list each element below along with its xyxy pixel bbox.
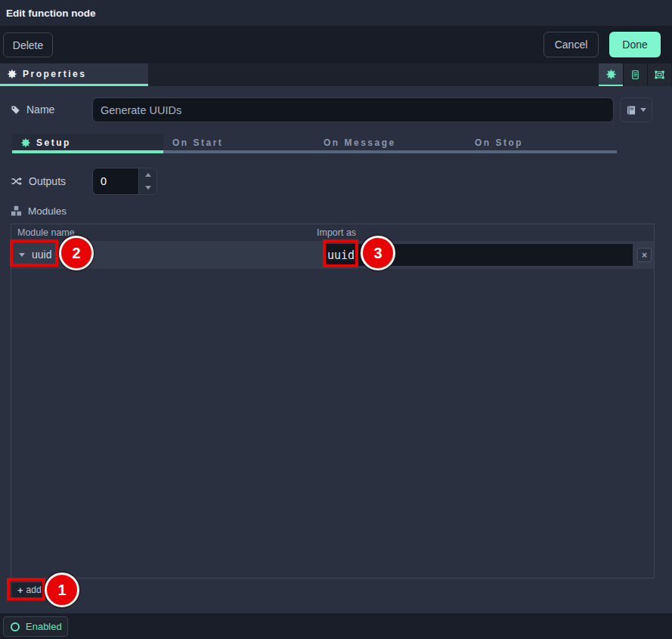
module-name-text: uuid xyxy=(32,248,51,261)
gear-icon xyxy=(21,138,30,147)
tab-on-message[interactable]: On Message xyxy=(314,134,466,153)
tab-on-stop[interactable]: On Stop xyxy=(466,134,617,153)
cubes-icon xyxy=(11,205,22,217)
editor-icon-tabs xyxy=(599,63,671,86)
tab-on-start[interactable]: On Start xyxy=(163,134,314,153)
outputs-label: Outputs xyxy=(11,170,66,193)
tab-setup[interactable]: Setup xyxy=(12,134,163,153)
properties-strip: Properties xyxy=(0,63,672,86)
tab-on-stop-label: On Stop xyxy=(475,137,523,148)
dialog-toolbar: Delete Cancel Done xyxy=(0,26,672,63)
plus-icon: + xyxy=(17,585,23,596)
spinner-up-icon xyxy=(145,173,151,177)
modules-section-label: Modules xyxy=(11,199,67,222)
outputs-label-text: Outputs xyxy=(29,175,66,187)
tab-properties-icon-button[interactable] xyxy=(599,63,623,86)
name-label: Name xyxy=(11,98,54,121)
add-module-button[interactable]: + add xyxy=(11,582,48,598)
annotation-step-circle-2: 2 xyxy=(59,236,94,270)
circle-outline-icon xyxy=(11,622,20,631)
tab-description-button[interactable] xyxy=(623,63,647,86)
book-icon xyxy=(626,105,636,116)
remove-module-button[interactable]: × xyxy=(637,248,652,262)
add-button-label: add xyxy=(26,585,42,595)
appearance-icon xyxy=(654,69,665,80)
module-row[interactable]: uuid × xyxy=(11,241,654,269)
annotation-step-circle-1: 1 xyxy=(45,573,79,607)
delete-button[interactable]: Delete xyxy=(3,32,53,57)
tab-properties-label: Properties xyxy=(23,69,86,79)
dialog-footer: Enabled xyxy=(0,613,672,639)
done-button[interactable]: Done xyxy=(609,32,661,57)
annotation-step-number: 1 xyxy=(57,582,66,599)
gear-icon xyxy=(606,69,616,79)
outputs-spin-buttons xyxy=(138,168,156,194)
annotation-step-circle-3: 3 xyxy=(361,236,395,270)
enabled-toggle-button[interactable]: Enabled xyxy=(3,616,68,637)
enabled-label: Enabled xyxy=(26,621,62,632)
dialog-title-bar: Edit function node xyxy=(0,0,672,26)
modules-label-text: Modules xyxy=(28,205,67,217)
outputs-increment-button[interactable] xyxy=(139,168,156,181)
outputs-input[interactable] xyxy=(93,168,138,194)
tab-appearance-button[interactable] xyxy=(647,63,671,86)
function-tab-bar: Setup On Start On Message On Stop xyxy=(12,134,617,153)
tab-properties[interactable]: Properties xyxy=(0,63,148,86)
tab-on-start-label: On Start xyxy=(172,137,223,148)
tab-setup-label: Setup xyxy=(36,137,71,148)
close-icon: × xyxy=(642,251,647,260)
annotation-step-number: 2 xyxy=(72,245,80,262)
name-label-text: Name xyxy=(26,103,54,116)
gear-icon xyxy=(8,69,17,79)
modules-table-header: Module name Import as xyxy=(11,224,654,241)
cancel-button[interactable]: Cancel xyxy=(543,32,599,57)
dialog-title: Edit function node xyxy=(6,8,95,19)
label-book-button[interactable] xyxy=(620,97,652,122)
outputs-decrement-button[interactable] xyxy=(139,181,156,194)
tag-icon xyxy=(11,105,20,115)
spinner-down-icon xyxy=(145,186,151,190)
shuffle-icon xyxy=(11,176,23,187)
caret-down-icon[interactable] xyxy=(19,253,25,257)
annotation-step-number: 3 xyxy=(373,245,382,262)
name-input[interactable] xyxy=(92,97,614,122)
modules-table: Module name Import as uuid × xyxy=(11,224,655,579)
column-header-module-name: Module name xyxy=(17,227,75,238)
chevron-down-icon xyxy=(640,108,646,112)
outputs-spinner xyxy=(92,168,157,195)
tab-on-message-label: On Message xyxy=(324,137,396,148)
document-icon xyxy=(630,69,640,80)
column-header-import-as: Import as xyxy=(317,227,356,238)
